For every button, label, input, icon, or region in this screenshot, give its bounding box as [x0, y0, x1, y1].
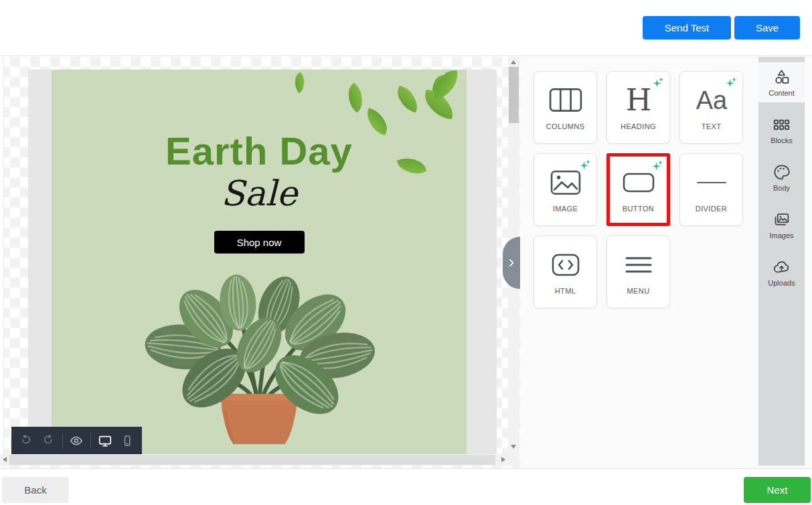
- bottom-bar: Back Next: [0, 468, 812, 505]
- sidebar-tab-body[interactable]: Body: [758, 157, 805, 197]
- back-button[interactable]: Back: [2, 477, 69, 503]
- tile-label: BUTTON: [623, 205, 654, 213]
- email-canvas[interactable]: Earth Day Sale Shop now: [0, 57, 520, 468]
- tile-label: TEXT: [702, 122, 722, 130]
- toolbar-divider: [90, 433, 91, 449]
- undo-icon: [19, 434, 33, 447]
- block-tiles-grid: COLUMNS H HEADING Aa: [534, 71, 743, 308]
- content-blocks-panel: COLUMNS H HEADING Aa: [520, 57, 812, 468]
- save-button[interactable]: Save: [734, 16, 800, 39]
- tile-label: HEADING: [621, 122, 656, 130]
- main-area: Earth Day Sale Shop now: [0, 57, 812, 468]
- next-button[interactable]: Next: [744, 477, 811, 503]
- vertical-scroll-thumb[interactable]: [509, 67, 519, 123]
- menu-icon: [625, 249, 652, 280]
- panel-collapse-handle[interactable]: [503, 237, 520, 289]
- topbar-actions: Send Test Save: [643, 16, 800, 39]
- horizontal-scrollbar[interactable]: [0, 454, 508, 466]
- scroll-down-arrow[interactable]: [511, 445, 516, 449]
- upload-cloud-icon: [773, 258, 791, 276]
- sidebar-tab-uploads[interactable]: Uploads: [758, 252, 805, 292]
- scrollbar-corner: [508, 454, 519, 466]
- ai-sparkle-icon: [580, 159, 591, 170]
- block-tile-button[interactable]: BUTTON: [606, 153, 670, 226]
- email-subheading[interactable]: Sale: [52, 173, 467, 213]
- heading-icon: H: [624, 85, 653, 116]
- block-tile-menu[interactable]: MENU: [606, 235, 670, 308]
- tile-label: MENU: [627, 287, 650, 295]
- blocks-grid-icon: [773, 116, 791, 134]
- sidebar-tab-label: Content: [768, 89, 795, 97]
- ai-sparkle-icon: [726, 77, 737, 88]
- palette-icon: [773, 163, 791, 181]
- tile-label: COLUMNS: [546, 122, 585, 130]
- scroll-right-arrow[interactable]: [501, 457, 505, 462]
- svg-text:H: H: [625, 85, 651, 116]
- shapes-icon: [773, 68, 791, 86]
- image-icon: [550, 167, 581, 198]
- sidebar-tab-label: Images: [769, 231, 793, 239]
- plant-image[interactable]: [140, 271, 378, 444]
- sidebar-tab-content[interactable]: Content: [758, 62, 805, 102]
- button-icon: [623, 167, 655, 198]
- sidebar-tab-label: Body: [773, 184, 790, 192]
- block-tile-image[interactable]: IMAGE: [534, 153, 597, 226]
- desktop-icon: [98, 433, 112, 448]
- scroll-up-arrow[interactable]: [511, 60, 516, 64]
- desktop-view-button[interactable]: [97, 433, 113, 449]
- tile-label: DIVIDER: [696, 205, 727, 213]
- svg-text:Aa: Aa: [696, 86, 727, 114]
- tile-label: HTML: [555, 287, 576, 295]
- ai-sparkle-icon: [653, 77, 664, 88]
- redo-icon: [42, 434, 55, 447]
- block-tile-heading[interactable]: H HEADING: [606, 71, 670, 144]
- send-test-button[interactable]: Send Test: [643, 16, 731, 39]
- block-tile-divider[interactable]: DIVIDER: [679, 153, 743, 226]
- chevron-right-icon: [505, 256, 518, 270]
- canvas-toolbar: [11, 427, 142, 455]
- ai-sparkle-icon: [652, 160, 663, 171]
- email-builder-app: Send Test Save: [0, 0, 812, 505]
- scroll-left-arrow[interactable]: [3, 457, 7, 462]
- images-icon: [773, 211, 791, 229]
- email-stage: Earth Day Sale Shop now: [28, 70, 497, 454]
- email-heading[interactable]: Earth Day: [52, 128, 467, 173]
- toolbar-divider: [62, 433, 63, 449]
- email-preview[interactable]: Earth Day Sale Shop now: [52, 70, 467, 454]
- horizontal-scroll-thumb[interactable]: [9, 455, 495, 465]
- html-icon: [551, 249, 580, 280]
- shop-now-button[interactable]: Shop now: [214, 231, 305, 254]
- sidebar-tab-blocks[interactable]: Blocks: [758, 110, 805, 150]
- preview-eye-icon: [69, 433, 84, 448]
- block-tile-html[interactable]: HTML: [534, 235, 597, 308]
- top-toolbar: Send Test Save: [0, 0, 812, 56]
- tile-label: IMAGE: [553, 205, 578, 213]
- mobile-view-button[interactable]: [119, 433, 135, 449]
- redo-button[interactable]: [40, 433, 56, 449]
- sidebar-tab-images[interactable]: Images: [758, 205, 805, 245]
- preview-button[interactable]: [69, 433, 85, 449]
- mobile-icon: [120, 434, 134, 447]
- block-tile-columns[interactable]: COLUMNS: [534, 71, 597, 144]
- sidebar-tab-label: Blocks: [770, 136, 792, 144]
- divider-icon: [696, 167, 727, 198]
- sidebar-tab-label: Uploads: [768, 279, 795, 287]
- text-icon: Aa: [691, 85, 732, 116]
- block-tile-text[interactable]: Aa TEXT: [679, 71, 743, 144]
- undo-button[interactable]: [18, 433, 34, 449]
- columns-icon: [549, 85, 582, 116]
- editor-sidebar: Content Blocks: [758, 57, 805, 466]
